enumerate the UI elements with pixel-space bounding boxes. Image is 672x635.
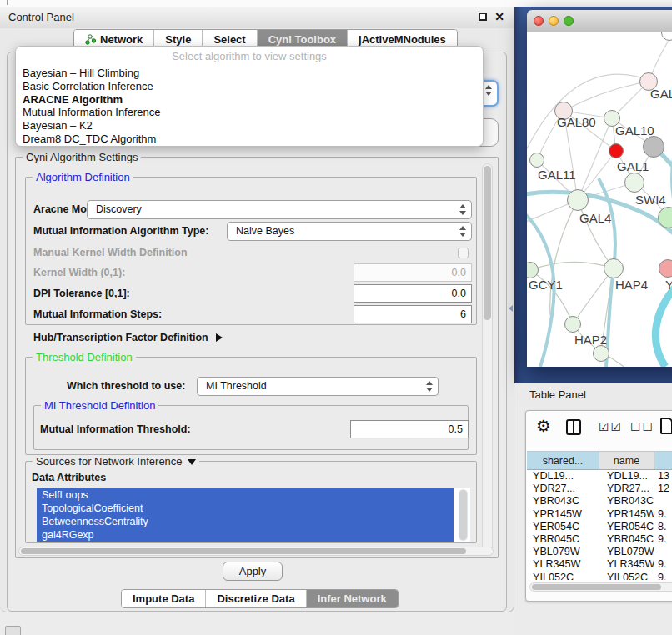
attribute-item-selfloops[interactable]: SelfLoops — [37, 488, 454, 502]
node-label-swi4: SWI4 — [635, 192, 666, 207]
attribute-item-gal4rgexp[interactable]: gal4RGexp — [37, 528, 454, 542]
attribute-item-topologicalcoefficient[interactable]: TopologicalCoefficient — [37, 502, 454, 515]
column-layout-icon[interactable] — [566, 419, 581, 435]
table-row[interactable]: YBR045CYBR045C9. — [527, 533, 672, 546]
network-node-gal1[interactable] — [624, 172, 644, 192]
table-body: YDL19...YDL19...13YDR27...YDR27...12YBR0… — [527, 470, 672, 580]
network-node[interactable] — [609, 143, 624, 158]
algorithm-option-bayesian-k2[interactable]: Bayesian – K2 — [16, 119, 483, 132]
algorithm-option-bayesian-hill-climbing[interactable]: Bayesian – Hill Climbing — [16, 67, 483, 80]
network-node-gal11[interactable] — [529, 152, 544, 168]
network-node-hap4[interactable] — [604, 258, 624, 278]
gear-icon[interactable]: ⚙ — [536, 416, 551, 436]
cyni-algorithm-settings-title: Cyni Algorithm Settings — [23, 151, 141, 163]
corner-widget-icon[interactable] — [5, 626, 21, 635]
data-attributes-list: SelfLoopsTopologicalCoefficientBetweenne… — [37, 488, 470, 542]
network-node[interactable] — [593, 345, 609, 362]
mi-threshold-definition-title: MI Threshold Definition — [41, 399, 158, 412]
table-cell: YDR27... — [527, 482, 599, 495]
network-canvas[interactable]: GALGAL80GAL10GAL1GAL11SWI4GAL4GCY1HAP4YH… — [527, 32, 672, 367]
float-window-icon[interactable] — [479, 12, 487, 21]
mi-threshold-label: Mutual Information Threshold: — [40, 420, 191, 439]
kernel-width-field[interactable]: 0.0 — [354, 263, 472, 282]
table-cell — [654, 495, 672, 508]
algorithm-option-aracne-algorithm[interactable]: ARACNE Algorithm — [16, 93, 483, 107]
data-attributes-label: Data Attributes — [32, 472, 106, 483]
close-icon[interactable]: ✕ — [494, 10, 504, 23]
network-node[interactable] — [643, 136, 664, 158]
table-cell: YLR345W — [527, 558, 599, 571]
attributes-scrollbar-thumb[interactable] — [459, 490, 467, 540]
hub-definition-toggle[interactable]: Hub/Transcription Factor Definition — [33, 332, 223, 343]
table-row[interactable]: YPR145WYPR145W9. — [527, 508, 672, 521]
bottom-tab-impute-data-label: Impute Data — [133, 592, 194, 605]
dpi-tolerance-field[interactable]: 0.0 — [354, 284, 472, 302]
table-row[interactable]: YIL052CYIL052C9. — [527, 572, 672, 581]
manual-kernel-width-checkbox[interactable] — [458, 248, 469, 258]
node-label-gal10: GAL10 — [615, 123, 654, 138]
manual-kernel-width-label: Manual Kernel Width Definition — [33, 243, 188, 262]
table-row[interactable]: YLR345WYLR345W9. — [527, 558, 672, 571]
attributes-scrollbar[interactable] — [459, 489, 468, 541]
panel-sash-marker[interactable] — [509, 305, 513, 312]
horizontal-scrollbar[interactable] — [18, 547, 494, 556]
network-view-window: GALGAL80GAL10GAL1GAL11SWI4GAL4GCY1HAP4YH… — [527, 10, 672, 367]
table-row[interactable]: YDR27...YDR27...12 — [527, 482, 672, 495]
algorithm-option-dream8-dc-tdc-algorithm[interactable]: Dream8 DC_TDC Algorithm — [16, 132, 483, 146]
spinner-icon — [459, 204, 465, 215]
control-panel: Control Panel ✕ NetworkStyleSelectCyni T… — [0, 7, 514, 612]
table-cell: YER054C — [527, 521, 599, 533]
table-cell: YLR345W — [599, 558, 654, 571]
column-header-shared[interactable]: shared... — [527, 451, 599, 470]
algorithm-option-basic-correlation-inference[interactable]: Basic Correlation Inference — [16, 80, 483, 93]
table-cell: 9. — [654, 572, 672, 581]
network-window-titlebar[interactable] — [527, 10, 672, 32]
table-horizontal-scrollbar[interactable] — [529, 582, 672, 592]
mi-algorithm-type-combo[interactable]: Naive Bayes — [227, 222, 472, 241]
table-cell: 9. — [654, 508, 672, 521]
close-traffic-light[interactable] — [534, 16, 544, 26]
mi-steps-field[interactable]: 6 — [354, 305, 472, 323]
table-panel-titlebar: Table Panel — [514, 383, 672, 407]
table-row[interactable]: YDL19...YDL19...13 — [527, 470, 672, 482]
network-node-hap2[interactable] — [564, 316, 581, 332]
table-horizontal-scrollbar-thumb[interactable] — [532, 584, 661, 590]
table-row[interactable]: YBL079WYBL079W — [527, 546, 672, 558]
mi-threshold-field[interactable]: 0.5 — [350, 420, 469, 438]
network-icon — [85, 34, 96, 45]
algorithm-definition-title: Algorithm Definition — [33, 171, 133, 183]
select-all-icon[interactable]: ☑☑ — [599, 420, 623, 433]
algorithm-option-mutual-information-inference[interactable]: Mutual Information Inference — [16, 106, 483, 119]
node-label-gal1: GAL1 — [617, 159, 649, 173]
unselect-all-icon[interactable]: ☐☐ — [630, 420, 654, 433]
sources-group-title[interactable]: Sources for Network Inference — [33, 455, 199, 468]
minimize-traffic-light[interactable] — [549, 16, 559, 26]
which-threshold-combo[interactable]: MI Threshold — [197, 377, 439, 396]
table-cell: 9. — [654, 558, 672, 571]
table-cell: YBL079W — [527, 546, 599, 558]
tab-jactivemnodules-label: jActiveMNodules — [359, 33, 446, 46]
algorithm-dropdown-placeholder: Select algorithm to view settings — [16, 47, 483, 67]
bottom-tab-discretize-data-label: Discretize Data — [217, 592, 294, 605]
horizontal-scrollbar-thumb[interactable] — [21, 548, 466, 554]
apply-button[interactable]: Apply — [223, 562, 283, 581]
zoom-traffic-light[interactable] — [564, 16, 574, 26]
network-node-gal4[interactable] — [567, 189, 589, 211]
algorithm-dropdown-popup: Select algorithm to view settings Bayesi… — [15, 46, 484, 147]
aracne-mode-combo[interactable]: Discovery — [87, 200, 472, 219]
bottom-tab-infer-network[interactable]: Infer Network — [307, 590, 398, 608]
document-icon[interactable] — [660, 418, 672, 434]
settings-scrollbar[interactable] — [482, 163, 493, 552]
column-header-col3[interactable] — [654, 451, 672, 470]
table-row[interactable]: YER054CYER054C8. — [527, 521, 672, 533]
table-cell: YBR045C — [599, 533, 654, 546]
table-cell: YPR145W — [599, 508, 654, 521]
column-header-name[interactable]: name — [599, 451, 654, 470]
attribute-item-betweennesscentrality[interactable]: BetweennessCentrality — [37, 515, 454, 528]
which-threshold-value: MI Threshold — [206, 380, 267, 392]
table-row[interactable]: YBR043CYBR043C — [527, 495, 672, 508]
bottom-tab-impute-data[interactable]: Impute Data — [122, 590, 206, 608]
settings-scrollbar-thumb[interactable] — [484, 166, 491, 320]
network-node-y[interactable] — [659, 259, 672, 278]
bottom-tab-discretize-data[interactable]: Discretize Data — [206, 590, 306, 608]
